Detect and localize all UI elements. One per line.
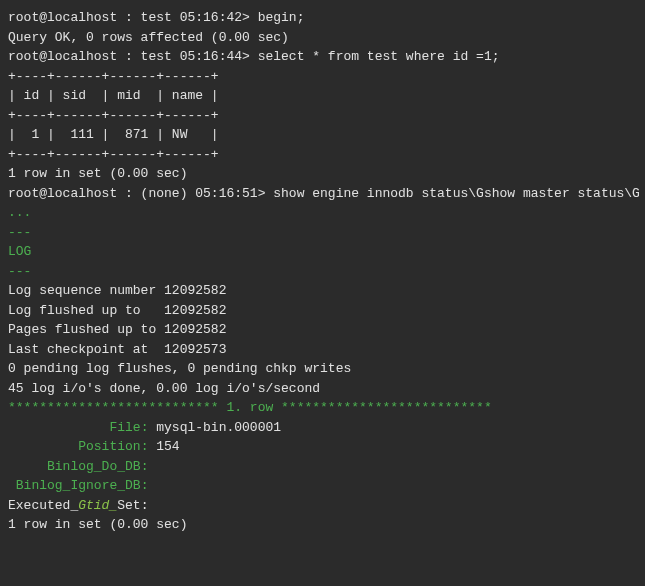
file-label: File: bbox=[8, 420, 148, 435]
terminal-line: Query OK, 0 rows affected (0.00 sec) bbox=[8, 28, 637, 48]
master-status-binlog-ignore-db: Binlog_Ignore_DB: bbox=[8, 476, 637, 496]
terminal-line: +----+------+------+------+ bbox=[8, 106, 637, 126]
terminal-line: LOG bbox=[8, 242, 637, 262]
terminal-line: root@localhost : test 05:16:42> begin; bbox=[8, 8, 637, 28]
position-label: Position: bbox=[8, 439, 148, 454]
executed-suffix: Set: bbox=[117, 498, 148, 513]
file-value: mysql-bin.000001 bbox=[156, 420, 281, 435]
master-status-file: File: mysql-bin.000001 bbox=[8, 418, 637, 438]
terminal-line: | id | sid | mid | name | bbox=[8, 86, 637, 106]
terminal-line: Log flushed up to 12092582 bbox=[8, 301, 637, 321]
terminal-line: root@localhost : (none) 05:16:51> show e… bbox=[8, 184, 637, 204]
terminal-line: | 1 | 111 | 871 | NW | bbox=[8, 125, 637, 145]
binlog-ignore-db-label: Binlog_Ignore_DB: bbox=[8, 478, 148, 493]
terminal-line: 45 log i/o's done, 0.00 log i/o's/second bbox=[8, 379, 637, 399]
terminal-line: --- bbox=[8, 223, 637, 243]
terminal-line: Log sequence number 12092582 bbox=[8, 281, 637, 301]
terminal-output: root@localhost : test 05:16:42> begin;Qu… bbox=[8, 8, 637, 398]
master-status-position: Position: 154 bbox=[8, 437, 637, 457]
terminal-line: --- bbox=[8, 262, 637, 282]
terminal-line: Last checkpoint at 12092573 bbox=[8, 340, 637, 360]
terminal-line: root@localhost : test 05:16:44> select *… bbox=[8, 47, 637, 67]
terminal-line: +----+------+------+------+ bbox=[8, 145, 637, 165]
position-value: 154 bbox=[156, 439, 179, 454]
binlog-do-db-label: Binlog_Do_DB: bbox=[8, 459, 148, 474]
executed-prefix: Executed_ bbox=[8, 498, 78, 513]
executed-gtid-text: Gtid_ bbox=[78, 498, 117, 513]
row-separator: *************************** 1. row *****… bbox=[8, 398, 637, 418]
terminal-line: 1 row in set (0.00 sec) bbox=[8, 164, 637, 184]
terminal-line: ... bbox=[8, 203, 637, 223]
terminal-line: +----+------+------+------+ bbox=[8, 67, 637, 87]
master-status-binlog-do-db: Binlog_Do_DB: bbox=[8, 457, 637, 477]
master-status-executed-gtid: Executed_Gtid_Set: bbox=[8, 496, 637, 516]
footer-row-count: 1 row in set (0.00 sec) bbox=[8, 515, 637, 535]
terminal-line: 0 pending log flushes, 0 pending chkp wr… bbox=[8, 359, 637, 379]
terminal-line: Pages flushed up to 12092582 bbox=[8, 320, 637, 340]
